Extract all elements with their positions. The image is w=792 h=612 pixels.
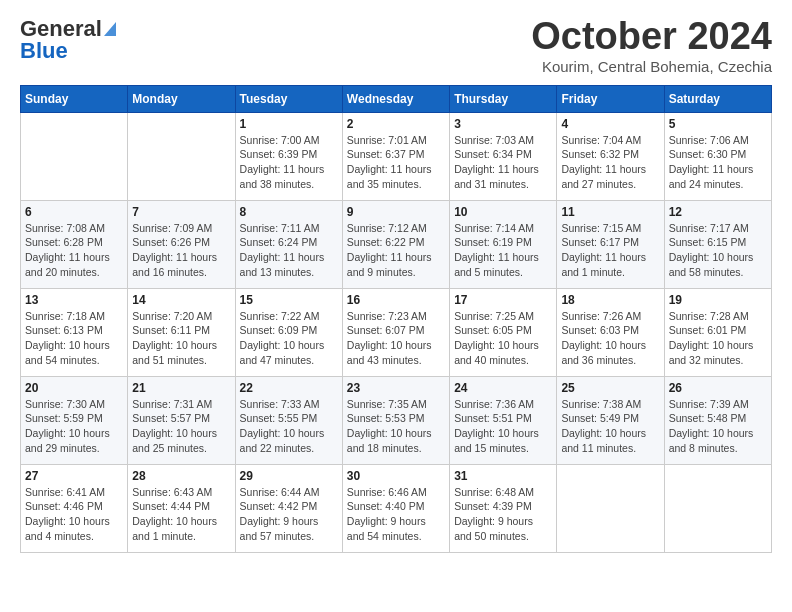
- day-info: Sunrise: 7:08 AM Sunset: 6:28 PM Dayligh…: [25, 221, 123, 280]
- day-number: 22: [240, 381, 338, 395]
- day-number: 9: [347, 205, 445, 219]
- day-info: Sunrise: 6:48 AM Sunset: 4:39 PM Dayligh…: [454, 485, 552, 544]
- calendar-cell: [21, 112, 128, 200]
- calendar-cell: 31Sunrise: 6:48 AM Sunset: 4:39 PM Dayli…: [450, 464, 557, 552]
- calendar-cell: 8Sunrise: 7:11 AM Sunset: 6:24 PM Daylig…: [235, 200, 342, 288]
- day-number: 24: [454, 381, 552, 395]
- calendar-cell: 17Sunrise: 7:25 AM Sunset: 6:05 PM Dayli…: [450, 288, 557, 376]
- day-info: Sunrise: 7:39 AM Sunset: 5:48 PM Dayligh…: [669, 397, 767, 456]
- weekday-saturday: Saturday: [664, 85, 771, 112]
- calendar-cell: 9Sunrise: 7:12 AM Sunset: 6:22 PM Daylig…: [342, 200, 449, 288]
- day-info: Sunrise: 7:23 AM Sunset: 6:07 PM Dayligh…: [347, 309, 445, 368]
- weekday-wednesday: Wednesday: [342, 85, 449, 112]
- day-number: 19: [669, 293, 767, 307]
- calendar-cell: [128, 112, 235, 200]
- day-info: Sunrise: 7:22 AM Sunset: 6:09 PM Dayligh…: [240, 309, 338, 368]
- day-info: Sunrise: 7:04 AM Sunset: 6:32 PM Dayligh…: [561, 133, 659, 192]
- location-subtitle: Kourim, Central Bohemia, Czechia: [531, 58, 772, 75]
- calendar-cell: 12Sunrise: 7:17 AM Sunset: 6:15 PM Dayli…: [664, 200, 771, 288]
- week-row-1: 1Sunrise: 7:00 AM Sunset: 6:39 PM Daylig…: [21, 112, 772, 200]
- day-info: Sunrise: 7:15 AM Sunset: 6:17 PM Dayligh…: [561, 221, 659, 280]
- day-number: 18: [561, 293, 659, 307]
- calendar-cell: 14Sunrise: 7:20 AM Sunset: 6:11 PM Dayli…: [128, 288, 235, 376]
- logo-blue: Blue: [20, 38, 68, 64]
- day-info: Sunrise: 7:14 AM Sunset: 6:19 PM Dayligh…: [454, 221, 552, 280]
- day-info: Sunrise: 7:36 AM Sunset: 5:51 PM Dayligh…: [454, 397, 552, 456]
- day-info: Sunrise: 7:09 AM Sunset: 6:26 PM Dayligh…: [132, 221, 230, 280]
- week-row-5: 27Sunrise: 6:41 AM Sunset: 4:46 PM Dayli…: [21, 464, 772, 552]
- day-info: Sunrise: 7:26 AM Sunset: 6:03 PM Dayligh…: [561, 309, 659, 368]
- day-number: 1: [240, 117, 338, 131]
- day-info: Sunrise: 7:35 AM Sunset: 5:53 PM Dayligh…: [347, 397, 445, 456]
- week-row-3: 13Sunrise: 7:18 AM Sunset: 6:13 PM Dayli…: [21, 288, 772, 376]
- day-number: 27: [25, 469, 123, 483]
- day-number: 4: [561, 117, 659, 131]
- day-info: Sunrise: 7:30 AM Sunset: 5:59 PM Dayligh…: [25, 397, 123, 456]
- day-info: Sunrise: 7:31 AM Sunset: 5:57 PM Dayligh…: [132, 397, 230, 456]
- day-number: 21: [132, 381, 230, 395]
- page-header: General Blue October 2024 Kourim, Centra…: [20, 16, 772, 75]
- calendar-cell: 26Sunrise: 7:39 AM Sunset: 5:48 PM Dayli…: [664, 376, 771, 464]
- calendar-cell: 16Sunrise: 7:23 AM Sunset: 6:07 PM Dayli…: [342, 288, 449, 376]
- week-row-2: 6Sunrise: 7:08 AM Sunset: 6:28 PM Daylig…: [21, 200, 772, 288]
- day-info: Sunrise: 7:00 AM Sunset: 6:39 PM Dayligh…: [240, 133, 338, 192]
- calendar-cell: 4Sunrise: 7:04 AM Sunset: 6:32 PM Daylig…: [557, 112, 664, 200]
- title-block: October 2024 Kourim, Central Bohemia, Cz…: [531, 16, 772, 75]
- day-number: 3: [454, 117, 552, 131]
- day-info: Sunrise: 7:01 AM Sunset: 6:37 PM Dayligh…: [347, 133, 445, 192]
- calendar-cell: 1Sunrise: 7:00 AM Sunset: 6:39 PM Daylig…: [235, 112, 342, 200]
- logo: General Blue: [20, 16, 116, 64]
- calendar-cell: 11Sunrise: 7:15 AM Sunset: 6:17 PM Dayli…: [557, 200, 664, 288]
- calendar-cell: 5Sunrise: 7:06 AM Sunset: 6:30 PM Daylig…: [664, 112, 771, 200]
- day-number: 12: [669, 205, 767, 219]
- day-number: 11: [561, 205, 659, 219]
- day-info: Sunrise: 6:43 AM Sunset: 4:44 PM Dayligh…: [132, 485, 230, 544]
- day-number: 28: [132, 469, 230, 483]
- day-number: 26: [669, 381, 767, 395]
- day-info: Sunrise: 7:20 AM Sunset: 6:11 PM Dayligh…: [132, 309, 230, 368]
- calendar-cell: 15Sunrise: 7:22 AM Sunset: 6:09 PM Dayli…: [235, 288, 342, 376]
- calendar-cell: [557, 464, 664, 552]
- logo-triangle-icon: [104, 22, 116, 36]
- day-number: 13: [25, 293, 123, 307]
- month-title: October 2024: [531, 16, 772, 58]
- day-number: 25: [561, 381, 659, 395]
- weekday-monday: Monday: [128, 85, 235, 112]
- day-info: Sunrise: 7:28 AM Sunset: 6:01 PM Dayligh…: [669, 309, 767, 368]
- calendar-cell: 27Sunrise: 6:41 AM Sunset: 4:46 PM Dayli…: [21, 464, 128, 552]
- calendar-cell: [664, 464, 771, 552]
- day-number: 8: [240, 205, 338, 219]
- day-number: 17: [454, 293, 552, 307]
- day-number: 15: [240, 293, 338, 307]
- calendar-cell: 24Sunrise: 7:36 AM Sunset: 5:51 PM Dayli…: [450, 376, 557, 464]
- weekday-friday: Friday: [557, 85, 664, 112]
- calendar-cell: 18Sunrise: 7:26 AM Sunset: 6:03 PM Dayli…: [557, 288, 664, 376]
- day-number: 31: [454, 469, 552, 483]
- day-info: Sunrise: 6:44 AM Sunset: 4:42 PM Dayligh…: [240, 485, 338, 544]
- calendar-cell: 29Sunrise: 6:44 AM Sunset: 4:42 PM Dayli…: [235, 464, 342, 552]
- calendar-cell: 2Sunrise: 7:01 AM Sunset: 6:37 PM Daylig…: [342, 112, 449, 200]
- day-number: 6: [25, 205, 123, 219]
- day-info: Sunrise: 7:18 AM Sunset: 6:13 PM Dayligh…: [25, 309, 123, 368]
- calendar-cell: 10Sunrise: 7:14 AM Sunset: 6:19 PM Dayli…: [450, 200, 557, 288]
- calendar-body: 1Sunrise: 7:00 AM Sunset: 6:39 PM Daylig…: [21, 112, 772, 552]
- calendar-cell: 20Sunrise: 7:30 AM Sunset: 5:59 PM Dayli…: [21, 376, 128, 464]
- day-info: Sunrise: 7:17 AM Sunset: 6:15 PM Dayligh…: [669, 221, 767, 280]
- calendar-cell: 3Sunrise: 7:03 AM Sunset: 6:34 PM Daylig…: [450, 112, 557, 200]
- calendar-cell: 13Sunrise: 7:18 AM Sunset: 6:13 PM Dayli…: [21, 288, 128, 376]
- calendar-cell: 23Sunrise: 7:35 AM Sunset: 5:53 PM Dayli…: [342, 376, 449, 464]
- day-number: 20: [25, 381, 123, 395]
- day-number: 30: [347, 469, 445, 483]
- day-number: 2: [347, 117, 445, 131]
- day-info: Sunrise: 7:38 AM Sunset: 5:49 PM Dayligh…: [561, 397, 659, 456]
- weekday-thursday: Thursday: [450, 85, 557, 112]
- weekday-tuesday: Tuesday: [235, 85, 342, 112]
- calendar-cell: 28Sunrise: 6:43 AM Sunset: 4:44 PM Dayli…: [128, 464, 235, 552]
- calendar-cell: 6Sunrise: 7:08 AM Sunset: 6:28 PM Daylig…: [21, 200, 128, 288]
- calendar-cell: 22Sunrise: 7:33 AM Sunset: 5:55 PM Dayli…: [235, 376, 342, 464]
- day-info: Sunrise: 7:06 AM Sunset: 6:30 PM Dayligh…: [669, 133, 767, 192]
- day-info: Sunrise: 6:46 AM Sunset: 4:40 PM Dayligh…: [347, 485, 445, 544]
- day-info: Sunrise: 7:33 AM Sunset: 5:55 PM Dayligh…: [240, 397, 338, 456]
- calendar-cell: 21Sunrise: 7:31 AM Sunset: 5:57 PM Dayli…: [128, 376, 235, 464]
- day-info: Sunrise: 6:41 AM Sunset: 4:46 PM Dayligh…: [25, 485, 123, 544]
